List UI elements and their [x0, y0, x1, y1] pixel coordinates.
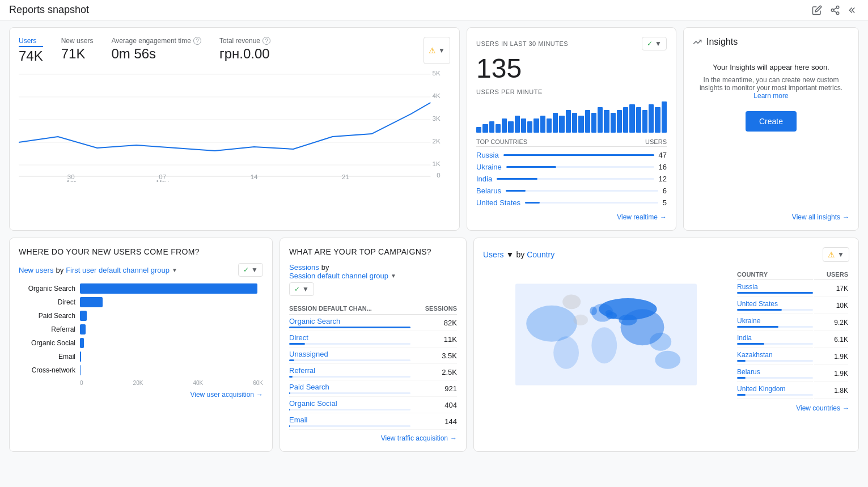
session-channel[interactable]: Email — [289, 413, 410, 430]
session-bar-wrap — [289, 343, 410, 345]
realtime-bar — [515, 116, 520, 133]
svg-text:Apr: Apr — [66, 180, 76, 182]
realtime-bar — [623, 107, 628, 133]
map-country-value: 1.9K — [814, 349, 848, 365]
view-traffic-acquisition-link[interactable]: View traffic acquisition → — [289, 434, 457, 442]
alert-button[interactable]: ⚠ ▼ — [424, 37, 450, 64]
svg-line-3 — [833, 11, 836, 12]
map-country-name[interactable]: Kazakhstan — [737, 349, 813, 365]
realtime-bar — [482, 124, 488, 133]
acquisition-filter-label[interactable]: New users by First user default channel … — [19, 266, 177, 274]
session-channel-label[interactable]: Session default channel group — [289, 272, 388, 280]
metric-engagement-label: Average engagement time ? — [111, 37, 201, 45]
session-channel[interactable]: Organic Social — [289, 397, 410, 413]
country-name[interactable]: United States — [476, 198, 520, 207]
share-icon[interactable] — [829, 5, 841, 16]
page-title: Reports snapshot — [9, 4, 89, 16]
realtime-bar — [547, 118, 552, 133]
metric-engagement: Average engagement time ? 0m 56s — [111, 37, 201, 64]
map-country-name[interactable]: India — [737, 332, 813, 348]
realtime-bar — [527, 121, 532, 133]
country-name[interactable]: Ukraine — [476, 163, 502, 171]
country-row: Belarus 6 — [476, 185, 667, 197]
session-channel[interactable]: Direct — [289, 331, 410, 348]
country-name[interactable]: India — [476, 175, 492, 183]
realtime-bar — [611, 113, 616, 133]
users-map-label[interactable]: Users — [483, 250, 504, 259]
engagement-info-icon[interactable]: ? — [193, 37, 201, 45]
map-country-name[interactable]: Russia — [737, 281, 813, 297]
country-name[interactable]: Belarus — [476, 187, 501, 195]
view-countries-link[interactable]: View countries → — [483, 404, 849, 412]
svg-point-25 — [553, 336, 579, 369]
view-all-insights-link[interactable]: View all insights → — [693, 209, 849, 221]
view-realtime-link[interactable]: View realtime → — [476, 213, 667, 221]
map-country-value: 10K — [814, 298, 848, 314]
more-icon[interactable] — [848, 5, 859, 16]
metric-new-users-value: 71K — [61, 46, 94, 62]
realtime-bar — [476, 127, 481, 133]
edit-icon[interactable] — [811, 5, 823, 16]
svg-point-36 — [562, 294, 581, 309]
country-map-label[interactable]: Country — [527, 250, 554, 259]
map-table-bar-wrap — [737, 309, 813, 311]
svg-text:3K: 3K — [433, 116, 441, 122]
map-by-label: Users ▼ by Country — [483, 250, 554, 259]
realtime-label: USERS IN LAST 30 MINUTES — [476, 40, 568, 47]
map-country-name[interactable]: Belarus — [737, 366, 813, 382]
acquisition-bar-label: Referral — [19, 325, 75, 333]
map-table-bar-wrap — [737, 360, 813, 362]
session-channel[interactable]: Organic Search — [289, 315, 410, 331]
map-country-value: 6.1K — [814, 332, 848, 348]
svg-point-2 — [836, 12, 839, 15]
svg-text:14: 14 — [251, 174, 258, 180]
map-country-name[interactable]: United States — [737, 298, 813, 314]
view-user-acquisition-link[interactable]: View user acquisition → — [19, 391, 263, 399]
sessions-label[interactable]: Sessions — [289, 263, 319, 272]
map-table-bar-fill — [737, 326, 778, 328]
country-name[interactable]: Russia — [476, 151, 499, 159]
acquisition-bar-row: Organic Social — [19, 338, 263, 348]
insights-trend-icon — [693, 37, 702, 46]
realtime-bar — [559, 116, 564, 133]
session-bar-wrap — [289, 327, 410, 328]
session-channel[interactable]: Paid Search — [289, 380, 410, 397]
session-bar — [289, 409, 290, 410]
session-bar — [289, 359, 294, 361]
svg-point-32 — [655, 350, 680, 369]
acquisition-bar-label: Organic Social — [19, 339, 75, 347]
revenue-info-icon[interactable]: ? — [262, 37, 270, 45]
map-country-name[interactable]: Ukraine — [737, 315, 813, 331]
map-country-name[interactable]: United Kingdom — [737, 383, 813, 399]
acquisition-status-btn[interactable]: ✓ ▼ — [238, 263, 263, 277]
map-country-row: Kazakhstan 1.9K — [737, 349, 848, 365]
insights-body: Your Insights will appear here soon. In … — [693, 54, 849, 141]
realtime-bar — [508, 121, 513, 133]
chevron-down-icon: ▼ — [391, 273, 396, 279]
metric-new-users-label[interactable]: New users — [61, 37, 94, 45]
country-count: 12 — [659, 175, 667, 183]
country-row: Ukraine 16 — [476, 161, 667, 173]
realtime-bar — [604, 110, 609, 133]
session-channel[interactable]: Referral — [289, 364, 410, 380]
svg-text:5K: 5K — [433, 70, 441, 77]
map-table-bar-fill — [737, 377, 746, 379]
session-row: Organic Social 404 — [289, 397, 457, 413]
insights-title: Insights — [706, 37, 738, 47]
country-bar-wrap — [525, 202, 658, 204]
country-bar — [525, 202, 540, 204]
country-bar-wrap — [506, 166, 654, 168]
map-country-row: Russia 17K — [737, 281, 848, 297]
acquisition-bar-label: Email — [19, 353, 75, 361]
realtime-status-btn[interactable]: ✓ ▼ — [642, 37, 667, 50]
session-value: 82K — [410, 315, 457, 331]
metric-revenue: Total revenue ? грн.0.00 — [219, 37, 270, 64]
session-channel[interactable]: Unassigned — [289, 348, 410, 364]
create-button[interactable]: Create — [746, 111, 797, 132]
metric-users: Users 74K — [19, 37, 43, 64]
metric-users-label[interactable]: Users — [19, 37, 43, 47]
map-alert-button[interactable]: ⚠ ▼ — [823, 247, 849, 262]
campaigns-status-btn[interactable]: ✓ ▼ — [289, 282, 314, 296]
learn-more-link[interactable]: Learn more — [753, 92, 788, 100]
map-container: COUNTRY USERS Russia 17K United States 1… — [483, 269, 849, 400]
